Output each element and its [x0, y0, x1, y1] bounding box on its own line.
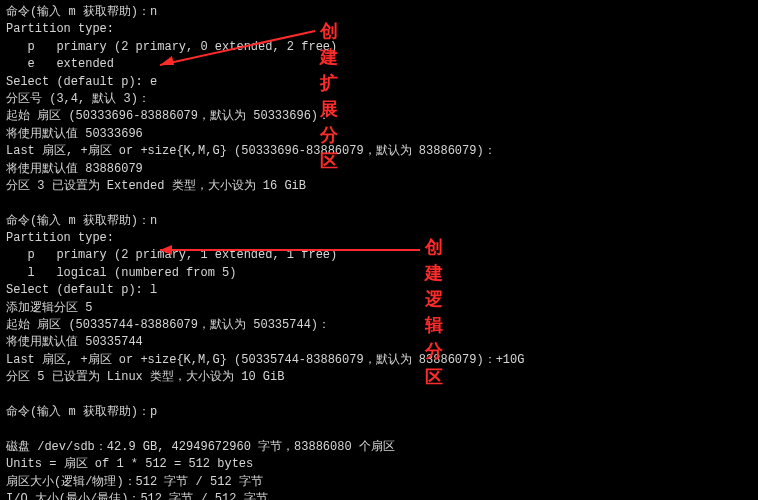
blank — [6, 421, 752, 438]
cmd-line: 命令(输入 m 获取帮助)：p — [6, 404, 752, 421]
svg-line-0 — [160, 31, 315, 65]
partition-set: 分区 5 已设置为 Linux 类型，大小设为 10 GiB — [6, 369, 752, 386]
cmd-line: 命令(输入 m 获取帮助)：n — [6, 4, 752, 21]
select-line: Select (default p): l — [6, 282, 752, 299]
io-size: I/O 大小(最小/最佳)：512 字节 / 512 字节 — [6, 491, 752, 500]
ptype-logical: l logical (numbered from 5) — [6, 265, 752, 282]
partition-set: 分区 3 已设置为 Extended 类型，大小设为 16 GiB — [6, 178, 752, 195]
ptype-extended: e extended — [6, 56, 752, 73]
first-sector: 起始 扇区 (50335744-83886079，默认为 50335744)： — [6, 317, 752, 334]
annotation-text: 创建逻辑分区 — [425, 234, 443, 391]
terminal[interactable]: 命令(输入 m 获取帮助)：n Partition type: p primar… — [0, 0, 758, 500]
last-sector: Last 扇区, +扇区 or +size{K,M,G} (50333696-8… — [6, 143, 752, 160]
units: Units = 扇区 of 1 * 512 = 512 bytes — [6, 456, 752, 473]
select-line: Select (default p): e — [6, 74, 752, 91]
add-logical: 添加逻辑分区 5 — [6, 300, 752, 317]
blank — [6, 387, 752, 404]
ptype-primary: p primary (2 primary, 0 extended, 2 free… — [6, 39, 752, 56]
svg-marker-1 — [160, 56, 174, 65]
svg-marker-3 — [160, 245, 172, 255]
sector-size: 扇区大小(逻辑/物理)：512 字节 / 512 字节 — [6, 474, 752, 491]
blank — [6, 195, 752, 212]
partition-type-header: Partition type: — [6, 21, 752, 38]
first-sector: 起始 扇区 (50333696-83886079，默认为 50333696)： — [6, 108, 752, 125]
annotation-text: 创建扩展分区 — [320, 18, 338, 175]
use-default-1: 将使用默认值 50335744 — [6, 334, 752, 351]
partition-number: 分区号 (3,4, 默认 3)： — [6, 91, 752, 108]
cmd-line: 命令(输入 m 获取帮助)：n — [6, 213, 752, 230]
use-default-2: 将使用默认值 83886079 — [6, 161, 752, 178]
use-default-1: 将使用默认值 50333696 — [6, 126, 752, 143]
last-sector: Last 扇区, +扇区 or +size{K,M,G} (50335744-8… — [6, 352, 752, 369]
disk-info: 磁盘 /dev/sdb：42.9 GB, 42949672960 字节，8388… — [6, 439, 752, 456]
